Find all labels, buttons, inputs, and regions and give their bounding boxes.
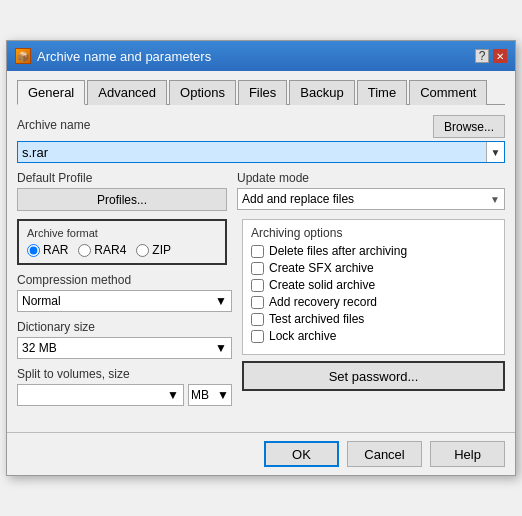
app-icon: 📦 bbox=[15, 48, 31, 64]
dialog-footer-buttons: OK Cancel Help bbox=[7, 432, 515, 475]
update-mode-value: Add and replace files bbox=[242, 192, 354, 206]
split-volumes-input[interactable]: ▼ bbox=[17, 384, 184, 406]
split-unit-arrow: ▼ bbox=[217, 388, 229, 402]
compression-method-label: Compression method bbox=[17, 273, 232, 287]
profiles-update-row: Default Profile Profiles... Update mode … bbox=[17, 171, 505, 211]
tab-files[interactable]: Files bbox=[238, 80, 287, 105]
help-button[interactable]: Help bbox=[430, 441, 505, 467]
archive-name-input[interactable] bbox=[18, 142, 486, 162]
checkbox-lock-archive[interactable]: Lock archive bbox=[251, 329, 496, 343]
checkbox-delete-files[interactable]: Delete files after archiving bbox=[251, 244, 496, 258]
checkbox-test-archived[interactable]: Test archived files bbox=[251, 312, 496, 326]
dictionary-size-arrow: ▼ bbox=[215, 341, 227, 355]
update-mode-arrow: ▼ bbox=[490, 194, 500, 205]
tab-general[interactable]: General bbox=[17, 80, 85, 105]
radio-zip-label: ZIP bbox=[152, 243, 171, 257]
profiles-col: Default Profile Profiles... bbox=[17, 171, 227, 211]
dialog-content: General Advanced Options Files Backup Ti… bbox=[7, 71, 515, 432]
archive-format-label: Archive format bbox=[27, 227, 217, 239]
compression-method-section: Compression method Normal ▼ bbox=[17, 273, 232, 312]
default-profile-label: Default Profile bbox=[17, 171, 227, 185]
dictionary-size-value: 32 MB bbox=[22, 341, 57, 355]
checkbox-delete-files-label: Delete files after archiving bbox=[269, 244, 407, 258]
update-col: Update mode Add and replace files ▼ bbox=[237, 171, 505, 210]
archiving-options-section: Archiving options Delete files after arc… bbox=[242, 219, 505, 355]
split-volumes-label: Split to volumes, size bbox=[17, 367, 232, 381]
dialog-title: Archive name and parameters bbox=[37, 49, 211, 64]
radio-rar4-label: RAR4 bbox=[94, 243, 126, 257]
dictionary-size-section: Dictionary size 32 MB ▼ bbox=[17, 320, 232, 359]
radio-rar4[interactable]: RAR4 bbox=[78, 243, 126, 257]
archive-name-dropdown-arrow[interactable]: ▼ bbox=[486, 142, 504, 162]
archive-name-section: Archive name Browse... ▼ bbox=[17, 115, 505, 163]
help-title-button[interactable]: ? bbox=[475, 49, 489, 63]
archive-name-container: ▼ bbox=[17, 141, 505, 163]
checkbox-recovery-record[interactable]: Add recovery record bbox=[251, 295, 496, 309]
archive-name-label: Archive name bbox=[17, 118, 90, 132]
split-unit-value: MB bbox=[191, 388, 209, 402]
tab-advanced[interactable]: Advanced bbox=[87, 80, 167, 105]
checkbox-recovery-record-label: Add recovery record bbox=[269, 295, 377, 309]
checkbox-create-solid-label: Create solid archive bbox=[269, 278, 375, 292]
radio-rar-label: RAR bbox=[43, 243, 68, 257]
archive-format-box: Archive format RAR RAR4 ZIP bbox=[17, 219, 227, 265]
right-options-col: Archiving options Delete files after arc… bbox=[242, 219, 505, 414]
split-volumes-section: Split to volumes, size ▼ MB ▼ bbox=[17, 367, 232, 406]
archive-name-header: Archive name Browse... bbox=[17, 115, 505, 138]
update-mode-label: Update mode bbox=[237, 171, 505, 185]
dictionary-size-label: Dictionary size bbox=[17, 320, 232, 334]
checkbox-create-solid[interactable]: Create solid archive bbox=[251, 278, 496, 292]
ok-button[interactable]: OK bbox=[264, 441, 339, 467]
profiles-button[interactable]: Profiles... bbox=[17, 188, 227, 211]
main-options-row: Archive format RAR RAR4 ZIP bbox=[17, 219, 505, 414]
checkbox-test-archived-label: Test archived files bbox=[269, 312, 364, 326]
checkbox-lock-archive-label: Lock archive bbox=[269, 329, 336, 343]
compression-method-value: Normal bbox=[22, 294, 61, 308]
cancel-button[interactable]: Cancel bbox=[347, 441, 422, 467]
dialog-archive-parameters: 📦 Archive name and parameters ? ✕ Genera… bbox=[6, 40, 516, 476]
browse-button[interactable]: Browse... bbox=[433, 115, 505, 138]
title-bar: 📦 Archive name and parameters ? ✕ bbox=[7, 41, 515, 71]
compression-method-arrow: ▼ bbox=[215, 294, 227, 308]
checkbox-create-sfx[interactable]: Create SFX archive bbox=[251, 261, 496, 275]
checkbox-create-sfx-label: Create SFX archive bbox=[269, 261, 374, 275]
tab-comment[interactable]: Comment bbox=[409, 80, 487, 105]
split-volumes-arrow: ▼ bbox=[167, 388, 179, 402]
dictionary-size-dropdown[interactable]: 32 MB ▼ bbox=[17, 337, 232, 359]
radio-rar[interactable]: RAR bbox=[27, 243, 68, 257]
split-unit-dropdown[interactable]: MB ▼ bbox=[188, 384, 232, 406]
tab-options[interactable]: Options bbox=[169, 80, 236, 105]
tab-backup[interactable]: Backup bbox=[289, 80, 354, 105]
archive-format-radio-group: RAR RAR4 ZIP bbox=[27, 243, 217, 257]
set-password-button[interactable]: Set password... bbox=[242, 361, 505, 391]
close-button[interactable]: ✕ bbox=[493, 49, 507, 63]
tab-bar: General Advanced Options Files Backup Ti… bbox=[17, 79, 505, 105]
split-volumes-row: ▼ MB ▼ bbox=[17, 384, 232, 406]
update-mode-dropdown[interactable]: Add and replace files ▼ bbox=[237, 188, 505, 210]
left-options-col: Archive format RAR RAR4 ZIP bbox=[17, 219, 232, 414]
title-controls: ? ✕ bbox=[475, 49, 507, 63]
title-bar-left: 📦 Archive name and parameters bbox=[15, 48, 211, 64]
radio-zip[interactable]: ZIP bbox=[136, 243, 171, 257]
tab-time[interactable]: Time bbox=[357, 80, 407, 105]
compression-method-dropdown[interactable]: Normal ▼ bbox=[17, 290, 232, 312]
archiving-options-title: Archiving options bbox=[251, 226, 496, 240]
